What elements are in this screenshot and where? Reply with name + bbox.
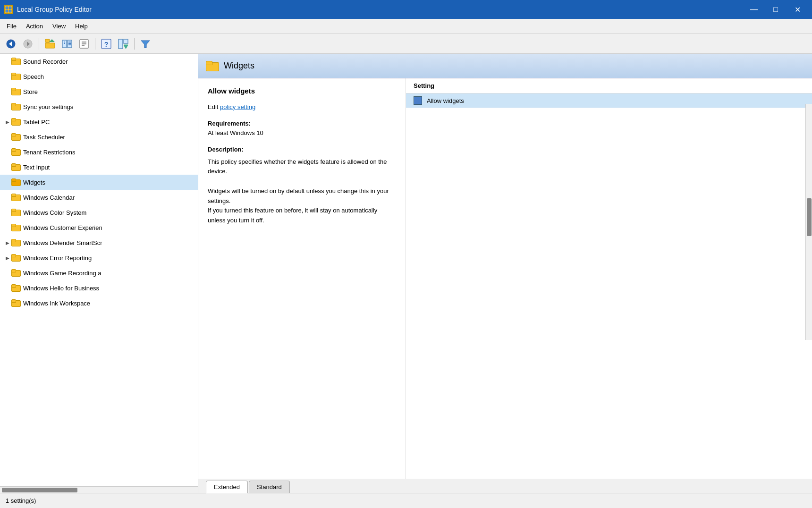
right-header-title: Widgets xyxy=(224,61,254,71)
setting-label: Allow widgets xyxy=(427,97,464,104)
folder-icon xyxy=(11,163,21,171)
svg-rect-1 xyxy=(9,7,11,9)
tree-item-windows-defender[interactable]: ▶ Windows Defender SmartScr xyxy=(0,235,198,250)
folder-icon xyxy=(11,299,21,307)
folder-icon xyxy=(11,209,21,216)
svg-rect-8 xyxy=(45,39,50,42)
tree-item-sync[interactable]: Sync your settings xyxy=(0,99,198,114)
svg-rect-2 xyxy=(6,10,8,12)
folder-icon-selected xyxy=(11,178,21,186)
right-header: Widgets xyxy=(198,54,812,78)
forward-button[interactable] xyxy=(20,36,36,52)
svg-rect-31 xyxy=(418,101,421,103)
edit-policy-line: Edit policy setting xyxy=(208,102,396,112)
settings-list: Allow widgets xyxy=(406,93,812,479)
separator-1 xyxy=(39,38,39,50)
up-button[interactable] xyxy=(42,36,58,52)
toolbar: ? xyxy=(0,34,812,54)
forward-icon xyxy=(23,39,33,49)
folder-icon xyxy=(11,88,21,95)
tree-item-store[interactable]: Store xyxy=(0,84,198,99)
svg-rect-30 xyxy=(415,101,417,103)
menu-file[interactable]: File xyxy=(2,21,21,32)
tab-extended[interactable]: Extended xyxy=(206,481,248,493)
svg-marker-26 xyxy=(124,45,128,49)
folder-icon xyxy=(11,269,21,277)
tree-item-tablet-pc[interactable]: ▶ Tablet PC xyxy=(0,114,198,129)
tree-item-windows-ink[interactable]: Windows Ink Workspace xyxy=(0,296,198,311)
folder-icon xyxy=(11,224,21,231)
svg-rect-0 xyxy=(6,7,8,9)
left-pane: Sound Recorder Speech Store Sync your se… xyxy=(0,54,198,493)
setting-icon xyxy=(414,96,422,105)
tree-item-windows-customer[interactable]: Windows Customer Experien xyxy=(0,220,198,235)
back-button[interactable] xyxy=(3,36,19,52)
tree-item-tenant[interactable]: Tenant Restrictions xyxy=(0,144,198,160)
help-icon: ? xyxy=(101,38,112,50)
tree-label: Windows Color System xyxy=(23,209,86,216)
svg-marker-10 xyxy=(49,39,55,42)
status-text: 1 setting(s) xyxy=(6,497,36,504)
menu-action[interactable]: Action xyxy=(21,21,48,32)
folder-icon xyxy=(11,194,21,201)
right-vert-scrollbar[interactable] xyxy=(805,104,812,340)
tree-item-windows-game[interactable]: Windows Game Recording a xyxy=(0,265,198,280)
folder-icon xyxy=(11,58,21,65)
tree-item-windows-error[interactable]: ▶ Windows Error Reporting xyxy=(0,250,198,265)
tree-label: Sound Recorder xyxy=(23,58,68,65)
tree-item-task-scheduler[interactable]: Task Scheduler xyxy=(0,129,198,144)
show-mode-button[interactable] xyxy=(115,36,131,52)
tree-label: Task Scheduler xyxy=(23,134,65,141)
requirements-section: Requirements: At least Windows 10 xyxy=(208,119,396,137)
policy-link[interactable]: policy setting xyxy=(220,103,255,110)
tree-label: Store xyxy=(23,88,38,95)
tree-item-speech[interactable]: Speech xyxy=(0,69,198,84)
tree-label: Speech xyxy=(23,73,44,80)
tab-standard[interactable]: Standard xyxy=(249,481,290,493)
window-title: Local Group Policy Editor xyxy=(17,6,739,13)
svg-rect-3 xyxy=(9,10,11,12)
tree-label: Windows Hello for Business xyxy=(23,285,99,292)
window-controls: — □ ✕ xyxy=(743,0,808,19)
filter-button[interactable] xyxy=(137,36,153,52)
tree-item-sound-recorder[interactable]: Sound Recorder xyxy=(0,54,198,69)
tree-item-widgets[interactable]: Widgets xyxy=(0,175,198,190)
show-hide-button[interactable] xyxy=(59,36,75,52)
tree-label: Text Input xyxy=(23,164,50,171)
description-panel: Allow widgets Edit policy setting Requir… xyxy=(198,78,406,479)
tree-label: Tablet PC xyxy=(23,119,50,126)
tree-label: Windows Game Recording a xyxy=(23,270,101,277)
properties-button[interactable] xyxy=(76,36,92,52)
close-button[interactable]: ✕ xyxy=(787,0,808,19)
tree-item-windows-hello[interactable]: Windows Hello for Business xyxy=(0,280,198,296)
expand-arrow: ▶ xyxy=(4,240,11,246)
expand-arrow: ▶ xyxy=(4,255,11,261)
left-horiz-scrollbar[interactable] xyxy=(0,486,198,493)
svg-rect-24 xyxy=(118,39,123,49)
filter-icon xyxy=(140,38,151,50)
menu-bar: File Action View Help xyxy=(0,19,812,34)
folder-icon xyxy=(11,118,21,126)
menu-help[interactable]: Help xyxy=(70,21,93,32)
settings-header: Setting xyxy=(406,78,812,93)
tree-list: Sound Recorder Speech Store Sync your se… xyxy=(0,54,198,486)
main-content: Sound Recorder Speech Store Sync your se… xyxy=(0,54,812,493)
menu-view[interactable]: View xyxy=(48,21,70,32)
tab-bar: Extended Standard xyxy=(198,479,812,493)
help-button[interactable]: ? xyxy=(98,36,114,52)
right-scroll-thumb xyxy=(807,198,812,236)
tree-item-text-input[interactable]: Text Input xyxy=(0,160,198,175)
show-mode-icon xyxy=(118,38,129,50)
maximize-button[interactable]: □ xyxy=(765,0,787,19)
separator-3 xyxy=(134,38,135,50)
tree-item-windows-calendar[interactable]: Windows Calendar xyxy=(0,190,198,205)
tree-item-windows-color[interactable]: Windows Color System xyxy=(0,205,198,220)
tree-label: Windows Calendar xyxy=(23,194,75,201)
tree-label: Windows Customer Experien xyxy=(23,224,102,231)
settings-row-allow-widgets[interactable]: Allow widgets xyxy=(406,93,812,108)
minimize-button[interactable]: — xyxy=(743,0,765,19)
svg-rect-25 xyxy=(124,39,128,43)
folder-icon xyxy=(11,284,21,292)
svg-rect-12 xyxy=(68,40,72,48)
tree-label: Windows Error Reporting xyxy=(23,254,92,262)
